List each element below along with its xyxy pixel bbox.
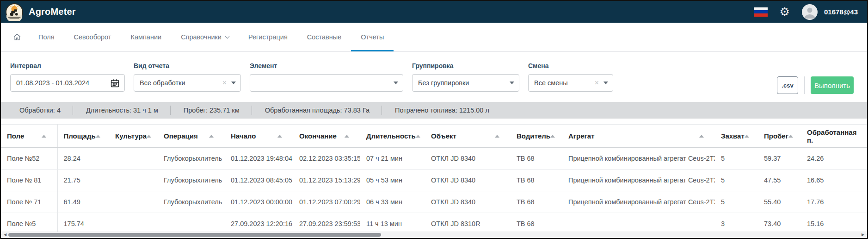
shift-select[interactable]: Все смены× bbox=[528, 74, 613, 92]
column-header-1[interactable]: Площадь bbox=[57, 125, 109, 148]
cell-value: 01.12.2023 15:13:29 bbox=[299, 176, 360, 184]
scroll-left-arrow-icon[interactable]: ◀ bbox=[2, 232, 8, 237]
cell-0-1: 28.24 bbox=[57, 148, 109, 170]
horizontal-scrollbar[interactable]: ◀ ▶ bbox=[2, 232, 866, 237]
user-avatar[interactable] bbox=[802, 4, 818, 20]
cell-value: 27.09.2023 12:20:16 bbox=[231, 220, 292, 227]
column-label: Окончание bbox=[299, 132, 337, 140]
language-flag-ru-icon[interactable] bbox=[754, 7, 768, 17]
export-csv-button[interactable]: .csv bbox=[777, 76, 798, 94]
summary-bar: Обработки: 4Длительность: 31 ч 1 мПробег… bbox=[1, 102, 867, 119]
column-header-9[interactable]: Агрегат bbox=[562, 125, 715, 148]
cell-1-5: 01.12.2023 15:13:29 bbox=[293, 170, 360, 191]
column-header-6[interactable]: Длительность bbox=[360, 125, 425, 148]
sort-asc-icon bbox=[277, 135, 282, 138]
column-label: Операция bbox=[164, 132, 198, 140]
clear-icon[interactable]: × bbox=[222, 79, 227, 87]
cell-2-10: 5 bbox=[715, 191, 758, 213]
column-header-inner: Объект bbox=[425, 132, 511, 140]
cell-value: Поле №52 bbox=[7, 155, 39, 162]
column-header-inner: Обработанная п. bbox=[801, 128, 867, 144]
calendar-icon[interactable] bbox=[110, 78, 120, 88]
cell-value: 11 ч 13 мин bbox=[366, 220, 402, 227]
table-row[interactable]: Поле № 7161.49Глубокорыхлитель01.12.2023… bbox=[1, 191, 867, 213]
cell-1-0: Поле № 81 bbox=[1, 170, 57, 191]
column-header-4[interactable]: Начало bbox=[225, 125, 293, 148]
cell-1-11: 47.55 bbox=[758, 170, 801, 191]
nav-tab-list: ПоляСевооборотКампанииСправочникиРегистр… bbox=[29, 23, 394, 51]
table-header-row: ПолеПлощадьКультураОперацияНачалоОкончан… bbox=[1, 125, 867, 148]
tab-label: Севооборот bbox=[74, 33, 111, 41]
summary-label: Пробег bbox=[184, 107, 206, 114]
cell-1-2 bbox=[109, 170, 158, 191]
tab-crop-rotation[interactable]: Севооборот bbox=[64, 23, 121, 51]
column-header-11[interactable]: Пробег bbox=[758, 125, 801, 148]
grouping-select[interactable]: Без группировки bbox=[412, 74, 519, 92]
brand: AgroMeter bbox=[6, 3, 76, 21]
cell-0-5: 02.12.2023 03:35:15 bbox=[293, 148, 360, 170]
column-header-3[interactable]: Операция bbox=[158, 125, 225, 148]
filter-group-shift: СменаВсе смены× bbox=[528, 62, 613, 92]
settings-gear-icon[interactable]: ⚙ bbox=[780, 6, 790, 18]
summary-label: Обработанная площадь bbox=[265, 107, 340, 114]
date-range-input[interactable] bbox=[16, 79, 110, 87]
sort-asc-icon bbox=[147, 135, 151, 138]
cell-value: Прицепной комбинированный агрегат Ceus-2… bbox=[568, 155, 715, 162]
cell-value: Поле № 71 bbox=[7, 198, 41, 206]
scrollbar-thumb[interactable] bbox=[8, 233, 381, 237]
column-header-5[interactable]: Окончание bbox=[293, 125, 360, 148]
run-report-button[interactable]: Выполнить bbox=[811, 76, 854, 94]
cell-1-8: ТВ 68 bbox=[511, 170, 562, 191]
table-row[interactable]: Поле № 8121.75Глубокорыхлитель01.12.2023… bbox=[1, 170, 867, 191]
tab-reports[interactable]: Отчеты bbox=[351, 23, 394, 51]
tab-directories[interactable]: Справочники bbox=[171, 23, 239, 51]
cell-value: 5 bbox=[721, 155, 725, 162]
column-header-0[interactable]: Поле bbox=[1, 125, 57, 148]
cell-value: 17.76 bbox=[807, 198, 824, 206]
tab-fields[interactable]: Поля bbox=[29, 23, 64, 51]
filter-bar: ИнтервалВид отчетаВсе обработки×ЭлементГ… bbox=[1, 52, 867, 102]
cell-value: 55.40 bbox=[764, 198, 781, 206]
column-label: Водитель bbox=[517, 132, 550, 140]
sort-asc-icon bbox=[96, 135, 100, 138]
column-header-10[interactable]: Захват bbox=[715, 125, 758, 148]
select-value: Все смены bbox=[534, 79, 595, 87]
caret-down-icon bbox=[510, 82, 514, 84]
scroll-right-arrow-icon[interactable]: ▶ bbox=[860, 232, 866, 237]
app-logo-icon bbox=[6, 3, 23, 21]
cell-value: 47.55 bbox=[764, 176, 781, 184]
actions-divider bbox=[804, 76, 805, 94]
nav-home[interactable] bbox=[6, 23, 29, 51]
cell-1-6: 05 ч 53 мин bbox=[360, 170, 425, 191]
summary-value: 4 bbox=[57, 107, 61, 114]
tab-composite[interactable]: Составные bbox=[297, 23, 351, 51]
cell-2-9: Прицепной комбинированный агрегат Ceus-2… bbox=[562, 191, 715, 213]
summary-item: Пробег: 235.71 км bbox=[171, 106, 252, 115]
cell-value: 24.26 bbox=[807, 155, 824, 162]
interval-date-input[interactable] bbox=[10, 74, 125, 92]
filter-label: Элемент bbox=[250, 62, 403, 69]
column-header-inner: Площадь bbox=[58, 132, 110, 140]
element-select[interactable] bbox=[250, 74, 403, 92]
person-icon bbox=[802, 4, 818, 20]
column-header-8[interactable]: Водитель bbox=[511, 125, 562, 148]
clear-icon[interactable]: × bbox=[595, 79, 599, 87]
column-label: Поле bbox=[7, 132, 24, 140]
home-icon bbox=[13, 33, 21, 41]
summary-item: Обработки: 4 bbox=[6, 106, 73, 115]
column-header-inner: Пробег bbox=[758, 132, 801, 140]
report-type-select[interactable]: Все обработки× bbox=[134, 74, 241, 92]
sort-asc-icon bbox=[788, 135, 793, 138]
column-header-12[interactable]: Обработанная п. bbox=[801, 125, 867, 148]
cell-2-12: 17.76 bbox=[801, 191, 867, 213]
filter-group-grouping: ГруппировкаБез группировки bbox=[412, 62, 519, 92]
cell-0-8: ТВ 68 bbox=[511, 148, 562, 170]
tab-registration[interactable]: Регистрация bbox=[239, 23, 297, 51]
column-header-7[interactable]: Объект bbox=[425, 125, 511, 148]
tab-label: Кампании bbox=[131, 33, 162, 41]
table-row[interactable]: Поле №5228.24Глубокорыхлитель01.12.2023 … bbox=[1, 148, 867, 170]
tab-campaigns[interactable]: Кампании bbox=[121, 23, 172, 51]
summary-value: 31 ч 1 м bbox=[133, 107, 158, 114]
sort-asc-icon bbox=[699, 135, 704, 138]
column-header-2[interactable]: Культура bbox=[109, 125, 158, 148]
